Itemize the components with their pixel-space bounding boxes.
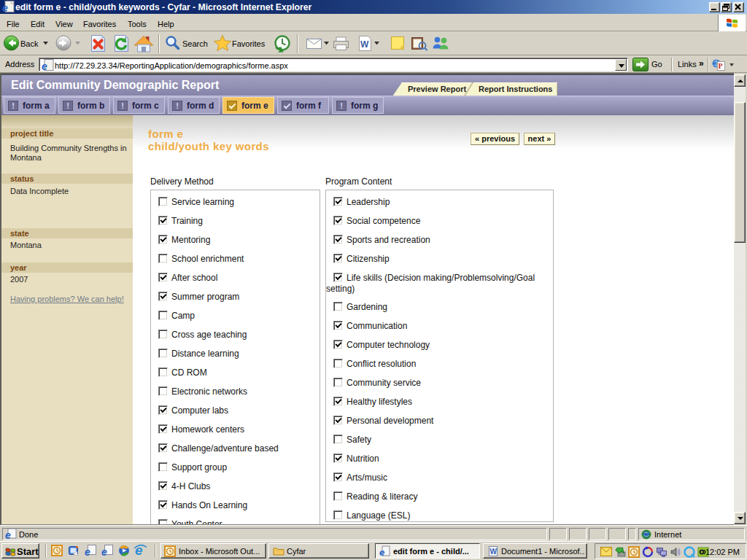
svg-text:e: e [85, 546, 90, 556]
svg-text:W: W [360, 39, 369, 50]
svg-text:e: e [2, 2, 8, 13]
svg-text:e: e [5, 529, 11, 540]
svg-text:W: W [490, 548, 498, 556]
svg-text:e: e [379, 547, 384, 557]
svg-text:P: P [719, 62, 723, 70]
svg-text:e: e [101, 546, 107, 556]
svg-text:e: e [42, 61, 47, 71]
